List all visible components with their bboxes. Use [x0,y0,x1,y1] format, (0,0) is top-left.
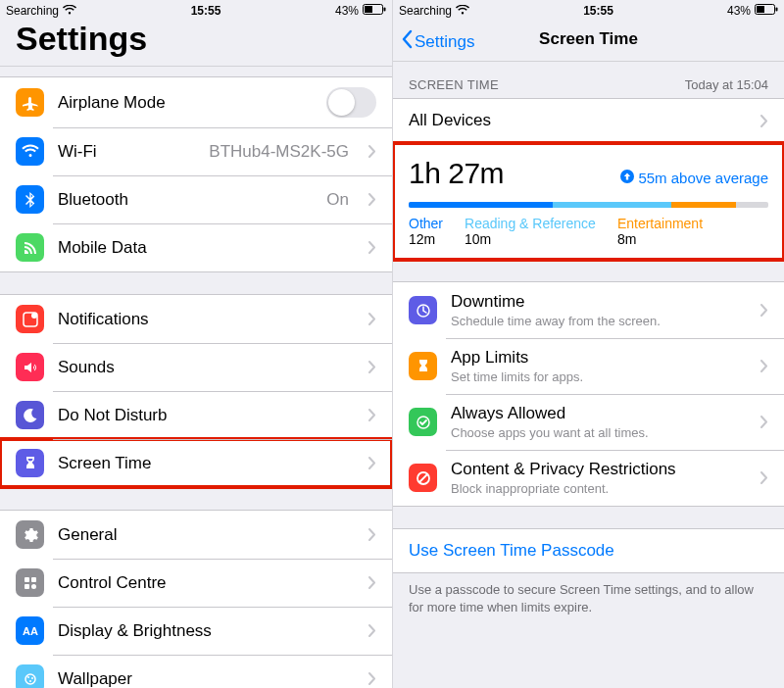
use-passcode-label: Use Screen Time Passcode [409,541,768,561]
wifi-icon [456,4,469,18]
wifi-icon [16,137,44,166]
row-detail: On [326,190,349,210]
settings-list[interactable]: Airplane ModeWi-FiBTHub4-MS2K-5GBluetoot… [0,67,392,688]
row-label: Screen Time [58,454,355,473]
battery-icon [755,4,778,18]
row-label: Display & Brightness [58,621,355,641]
screentime-screen: Searching 15:55 43% Settings Screen Time… [392,0,784,688]
total-time: 1h 27m [409,157,504,190]
general-row[interactable]: General [0,511,392,559]
back-button[interactable]: Settings [401,29,474,54]
settings-screen: Searching 15:55 43% Settings Airplane Mo… [0,0,392,688]
wallpaper-row[interactable]: Wallpaper [0,655,392,688]
mobiledata-icon [16,233,44,262]
toggle-switch[interactable] [326,87,376,118]
legend-name: Reading & Reference [465,216,596,231]
row-label: Do Not Disturb [58,406,355,425]
usage-summary-card[interactable]: 1h 27m 55m above average Other12mReading… [393,143,784,260]
svg-point-11 [27,676,29,678]
row-subtitle: Choose apps you want at all times. [451,425,747,440]
back-label: Settings [415,32,474,52]
screentime-row[interactable]: Screen Time [0,439,392,487]
row-label: Downtime [451,292,747,312]
row-label: General [58,525,355,545]
carrier-text: Searching [399,4,452,18]
usage-legend: Other12mReading & Reference10mEntertainm… [409,216,768,247]
section-header: SCREEN TIME Today at 15:04 [393,72,784,98]
page-title: Settings [0,20,392,67]
screentime-icon [16,449,44,477]
svg-point-13 [29,680,31,682]
status-bar: Searching 15:55 43% [0,0,392,20]
chevron-right-icon [368,672,376,685]
row-label: Airplane Mode [58,93,313,113]
wifi-row[interactable]: Wi-FiBTHub4-MS2K-5G [0,127,392,175]
legend-item: Entertainment8m [617,216,703,247]
legend-item: Reading & Reference10m [465,216,596,247]
row-label: Wi-Fi [58,142,195,162]
bar-segment [553,202,671,208]
usage-bar [409,202,768,208]
bluetooth-row[interactable]: BluetoothOn [0,175,392,223]
svg-point-4 [31,313,37,319]
dnd-icon [16,401,44,429]
legend-item: Other12m [409,216,443,247]
svg-point-12 [31,677,33,679]
notifications-row[interactable]: Notifications [0,295,392,343]
chevron-right-icon [760,360,768,372]
clock-text: 15:55 [583,4,613,18]
always-row[interactable]: Always AllowedChoose apps you want at al… [393,394,784,450]
use-passcode-row[interactable]: Use Screen Time Passcode [393,529,784,572]
battery-text: 43% [335,4,359,18]
delta-vs-average: 55m above average [620,170,768,186]
svg-text:AA: AA [23,625,38,637]
chevron-right-icon [368,457,376,469]
svg-rect-7 [24,584,29,589]
row-label: Mobile Data [58,238,355,258]
legend-name: Entertainment [617,216,703,231]
notifications-icon [16,305,44,333]
wifi-icon [63,4,76,18]
svg-point-8 [31,584,36,589]
chevron-right-icon [368,409,376,421]
display-row[interactable]: AADisplay & Brightness [0,607,392,655]
screentime-content[interactable]: SCREEN TIME Today at 15:04 All Devices 1… [393,62,784,688]
controlcentre-row[interactable]: Control Centre [0,559,392,607]
always-icon [409,408,437,436]
carrier-text: Searching [6,4,59,18]
chevron-right-icon [368,576,376,589]
restrictions-row[interactable]: Content & Privacy RestrictionsBlock inap… [393,450,784,506]
chevron-right-icon [368,313,376,325]
row-label: Sounds [58,358,355,377]
row-label: Bluetooth [58,190,313,210]
sounds-row[interactable]: Sounds [0,343,392,391]
all-devices-row[interactable]: All Devices [393,99,784,142]
svg-rect-15 [757,6,764,13]
mobiledata-row[interactable]: Mobile Data [0,223,392,271]
arrow-up-icon [620,170,634,186]
battery-text: 43% [727,4,751,18]
chevron-right-icon [760,304,768,317]
svg-rect-2 [384,8,386,12]
display-icon: AA [16,616,44,645]
row-subtitle: Set time limits for apps. [451,369,747,384]
row-label: Content & Privacy Restrictions [451,460,747,479]
chevron-right-icon [760,416,768,428]
controlcentre-icon [16,568,44,597]
restrictions-icon [409,464,437,492]
legend-value: 8m [617,231,703,247]
legend-name: Other [409,216,443,231]
airplane-icon [16,88,44,117]
row-label: Notifications [58,310,355,329]
applimits-row[interactable]: App LimitsSet time limits for apps. [393,338,784,394]
status-bar: Searching 15:55 43% [393,0,784,20]
svg-rect-1 [365,6,372,13]
page-title: Screen Time [539,29,638,48]
airplane-row[interactable]: Airplane Mode [0,77,392,127]
wallpaper-icon [16,664,44,688]
dnd-row[interactable]: Do Not Disturb [0,391,392,439]
bluetooth-icon [16,185,44,214]
section-header-title: SCREEN TIME [409,77,499,92]
downtime-row[interactable]: DowntimeSchedule time away from the scre… [393,282,784,338]
all-devices-label: All Devices [409,111,747,130]
